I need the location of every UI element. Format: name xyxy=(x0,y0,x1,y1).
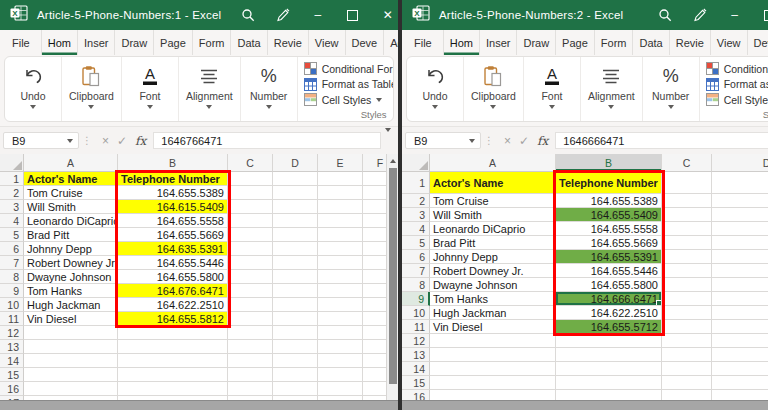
cell-A16[interactable] xyxy=(24,382,118,396)
cell-E9[interactable] xyxy=(318,284,363,298)
cell-D4[interactable] xyxy=(273,214,318,228)
ribbon-tab-revie[interactable]: Revie xyxy=(669,30,710,55)
ribbon-tab-form[interactable]: Form xyxy=(192,30,231,55)
cell-A16[interactable] xyxy=(430,390,556,400)
cell-A1[interactable]: Actor's Name xyxy=(24,172,118,186)
cell-D7[interactable] xyxy=(273,256,318,270)
cell-D9[interactable] xyxy=(273,284,318,298)
ribbon-tab-inser[interactable]: Inser xyxy=(479,30,516,55)
cell-D5[interactable] xyxy=(712,236,768,250)
row-header-4[interactable]: 4 xyxy=(0,214,24,228)
ribbon-tab-page[interactable]: Page xyxy=(153,30,192,55)
cell-D3[interactable] xyxy=(273,200,318,214)
cell-C6[interactable] xyxy=(662,250,712,264)
name-box[interactable]: B9 xyxy=(405,132,481,149)
cell-A4[interactable]: Leonardo DiCaprio xyxy=(24,214,118,228)
cell-D10[interactable] xyxy=(712,306,768,320)
row-header-15[interactable]: 15 xyxy=(402,376,430,390)
cell-B16[interactable] xyxy=(556,390,662,400)
cell-B16[interactable] xyxy=(118,382,228,396)
row-header-14[interactable]: 14 xyxy=(402,362,430,376)
minimize-button[interactable]: – xyxy=(717,0,752,30)
formula-input[interactable]: 1646766471 xyxy=(153,132,381,149)
cell-C14[interactable] xyxy=(662,362,712,376)
ribbon-group-font[interactable]: AFont xyxy=(524,57,581,121)
cell-A14[interactable] xyxy=(24,354,118,368)
row-header-10[interactable]: 10 xyxy=(402,306,430,320)
cell-C1[interactable] xyxy=(228,172,273,186)
column-header-B[interactable]: B xyxy=(556,154,662,172)
ribbon-group-alignment[interactable]: Alignment xyxy=(179,57,241,121)
cell-C4[interactable] xyxy=(662,222,712,236)
ribbon-tab-data[interactable]: Data xyxy=(632,30,668,55)
cell-C4[interactable] xyxy=(228,214,273,228)
conditional-formatting-button[interactable]: Conditional Formatting xyxy=(304,61,394,77)
ink-pen-icon[interactable] xyxy=(265,0,300,30)
cell-C9[interactable] xyxy=(228,284,273,298)
row-header-13[interactable]: 13 xyxy=(402,348,430,362)
cell-E6[interactable] xyxy=(318,242,363,256)
row-header-9[interactable]: 9 xyxy=(402,292,430,306)
cell-D11[interactable] xyxy=(273,312,318,326)
formula-bar-expand-icon[interactable] xyxy=(381,132,395,150)
ribbon-tab-view[interactable]: View xyxy=(710,30,747,55)
cell-D16[interactable] xyxy=(712,390,768,400)
ribbon-tab-deve[interactable]: Deve xyxy=(345,30,384,55)
row-header-7[interactable]: 7 xyxy=(402,264,430,278)
ribbon-tab-revie[interactable]: Revie xyxy=(267,30,308,55)
cell-C14[interactable] xyxy=(228,354,273,368)
cell-A9[interactable]: Tom Hanks xyxy=(24,284,118,298)
select-all-corner[interactable] xyxy=(402,154,430,172)
cell-D14[interactable] xyxy=(273,354,318,368)
cell-C17[interactable] xyxy=(228,396,273,400)
name-box-chevron-icon[interactable] xyxy=(469,139,475,143)
cell-D11[interactable] xyxy=(712,320,768,334)
cell-C7[interactable] xyxy=(662,264,712,278)
cell-B1[interactable]: Telephone Number xyxy=(556,172,662,194)
cell-B1[interactable]: Telephone Number xyxy=(118,172,228,186)
column-header-A[interactable]: A xyxy=(430,154,556,172)
column-header-D[interactable]: D xyxy=(712,154,768,172)
cell-B11[interactable]: 164.655.5712 xyxy=(556,320,662,334)
ribbon-tab-draw[interactable]: Draw xyxy=(516,30,555,55)
cell-A3[interactable]: Will Smith xyxy=(24,200,118,214)
cell-B5[interactable]: 164.655.5669 xyxy=(556,236,662,250)
cell-E2[interactable] xyxy=(318,186,363,200)
ribbon-group-undo[interactable]: Undo xyxy=(5,57,62,121)
cell-E17[interactable] xyxy=(318,396,363,400)
cell-D4[interactable] xyxy=(712,222,768,236)
cell-A13[interactable] xyxy=(24,340,118,354)
cell-A1[interactable]: Actor's Name xyxy=(430,172,556,194)
cell-C13[interactable] xyxy=(228,340,273,354)
cell-B14[interactable] xyxy=(556,362,662,376)
cell-C3[interactable] xyxy=(228,200,273,214)
maximize-button[interactable] xyxy=(335,0,370,30)
ribbon-tab-data[interactable]: Data xyxy=(230,30,266,55)
cell-C10[interactable] xyxy=(228,298,273,312)
row-header-16[interactable]: 16 xyxy=(0,382,24,396)
row-header-8[interactable]: 8 xyxy=(0,270,24,284)
cell-A11[interactable]: Vin Diesel xyxy=(430,320,556,334)
cell-A4[interactable]: Leonardo DiCaprio xyxy=(430,222,556,236)
row-header-7[interactable]: 7 xyxy=(0,256,24,270)
cell-C11[interactable] xyxy=(662,320,712,334)
cell-E16[interactable] xyxy=(318,382,363,396)
cell-D7[interactable] xyxy=(712,264,768,278)
row-header-17[interactable]: 17 xyxy=(0,396,24,400)
select-all-corner[interactable] xyxy=(0,154,24,172)
formula-input[interactable]: 1646666471 xyxy=(555,132,768,149)
cell-C12[interactable] xyxy=(662,334,712,348)
cell-A2[interactable]: Tom Cruise xyxy=(430,194,556,208)
titlebar[interactable]: X Article-5-Phone-Numbers:2 - Excel – ✕ xyxy=(402,0,768,30)
cell-B15[interactable] xyxy=(556,376,662,390)
cell-D9[interactable] xyxy=(712,292,768,306)
cell-D2[interactable] xyxy=(712,194,768,208)
cell-B6[interactable]: 164.635.5391 xyxy=(118,242,228,256)
ribbon-tab-hom[interactable]: Hom xyxy=(443,30,479,55)
cell-B2[interactable]: 164.655.5389 xyxy=(118,186,228,200)
ribbon-tab-deve[interactable]: Deve xyxy=(747,30,768,55)
cell-B3[interactable]: 164.655.5409 xyxy=(556,208,662,222)
cell-C15[interactable] xyxy=(662,376,712,390)
maximize-button[interactable] xyxy=(752,0,768,30)
cell-E12[interactable] xyxy=(318,326,363,340)
